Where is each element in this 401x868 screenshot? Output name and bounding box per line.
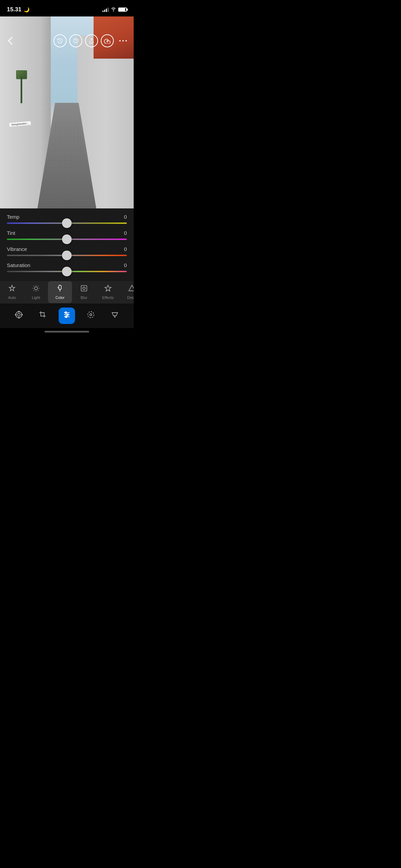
svg-point-20: [83, 287, 85, 289]
tool-tab-label-color: Color: [56, 296, 64, 300]
tool-tab-color[interactable]: Color: [48, 281, 72, 303]
bottom-tool-icon-heal: [111, 311, 119, 321]
street-lamp: [16, 70, 27, 103]
tool-tab-icon-color: [57, 285, 63, 294]
bottom-tool-icon-adjust: [63, 311, 71, 321]
slider-thumb-vibrance[interactable]: [62, 251, 72, 260]
slider-row-vibrance: Vibrance 0: [7, 246, 127, 256]
cloud-button[interactable]: [101, 34, 114, 47]
slider-row-tint: Tint 0: [7, 230, 127, 240]
back-button[interactable]: [4, 35, 16, 47]
bottom-tool-selective[interactable]: [83, 308, 99, 324]
share-button[interactable]: [85, 34, 98, 47]
nav-right-icons: [53, 34, 130, 47]
status-bar: 15.31 🌙: [0, 0, 134, 16]
status-icons: [102, 7, 127, 12]
svg-point-27: [15, 314, 16, 315]
svg-marker-22: [129, 285, 134, 291]
svg-line-10: [34, 286, 34, 286]
slider-row-saturation: Saturation 0: [7, 262, 127, 272]
tool-tab-label-effects: Effects: [102, 296, 113, 300]
svg-point-4: [119, 40, 121, 41]
sliders-container: Temp 0 Tint 0 Vibrance 0 Saturation 0: [7, 214, 127, 272]
bottom-tool-presets[interactable]: [11, 308, 27, 324]
slider-value-saturation: 0: [124, 262, 127, 268]
svg-point-28: [22, 314, 23, 315]
slider-thumb-temp[interactable]: [62, 218, 72, 228]
svg-point-32: [65, 312, 67, 314]
tool-tab-blur[interactable]: Blur: [72, 281, 96, 303]
battery-icon: [118, 8, 127, 12]
tool-tabs: Auto Light Color Blur Effects Detail: [0, 281, 134, 303]
svg-rect-19: [81, 286, 87, 291]
slider-value-vibrance: 0: [124, 246, 127, 252]
svg-point-6: [125, 40, 127, 41]
tool-tab-icon-blur: [80, 285, 88, 294]
wifi-icon: [111, 7, 116, 12]
bottom-tool-crop[interactable]: [35, 308, 51, 324]
svg-point-25: [19, 311, 20, 312]
bottom-tool-adjust[interactable]: [59, 308, 75, 324]
moon-icon: 🌙: [24, 7, 29, 12]
svg-marker-21: [105, 285, 111, 291]
slider-label-tint: Tint: [7, 230, 15, 236]
bottom-toolbar: [0, 303, 134, 328]
tool-tab-label-auto: Auto: [8, 296, 16, 300]
svg-line-15: [38, 286, 38, 286]
slider-track-vibrance[interactable]: [7, 255, 127, 256]
slider-label-vibrance: Vibrance: [7, 246, 27, 252]
bottom-tool-icon-crop: [39, 311, 47, 321]
slider-track-tint[interactable]: [7, 239, 127, 240]
home-bar: [45, 331, 89, 333]
tool-tab-icon-light: [32, 285, 40, 294]
svg-point-7: [34, 287, 37, 290]
tool-tab-label-detail: Detail: [127, 296, 134, 300]
home-indicator: [0, 328, 134, 338]
slider-value-temp: 0: [124, 214, 127, 220]
more-button[interactable]: [117, 34, 130, 47]
photo-area: Stangelandsm...: [0, 16, 134, 208]
history-button[interactable]: [53, 34, 66, 47]
svg-point-24: [17, 313, 20, 316]
svg-point-36: [90, 314, 92, 316]
tool-tab-icon-detail: [128, 285, 134, 294]
svg-point-35: [88, 312, 94, 318]
svg-point-26: [19, 317, 20, 318]
tool-tab-effects[interactable]: Effects: [96, 281, 120, 303]
svg-line-14: [34, 290, 34, 291]
slider-value-tint: 0: [124, 230, 127, 236]
tool-tab-label-light: Light: [32, 296, 40, 300]
tool-tab-icon-auto: [8, 285, 16, 294]
slider-label-saturation: Saturation: [7, 262, 30, 268]
svg-point-23: [16, 312, 22, 318]
svg-point-33: [67, 314, 69, 316]
slider-track-saturation[interactable]: [7, 271, 127, 272]
top-navigation: [0, 33, 134, 49]
signal-icon: [102, 7, 109, 12]
tool-tab-label-blur: Blur: [81, 296, 87, 300]
bottom-tool-heal[interactable]: [107, 308, 123, 324]
help-button[interactable]: [69, 34, 82, 47]
slider-thumb-saturation[interactable]: [62, 267, 72, 276]
controls-area: Temp 0 Tint 0 Vibrance 0 Saturation 0: [0, 208, 134, 281]
slider-label-temp: Temp: [7, 214, 20, 220]
bottom-tool-icon-presets: [15, 311, 23, 321]
slider-row-temp: Temp 0: [7, 214, 127, 224]
bottom-tool-icon-selective: [87, 311, 95, 321]
tool-tab-detail[interactable]: Detail: [120, 281, 134, 303]
svg-point-34: [65, 316, 67, 318]
slider-thumb-tint[interactable]: [62, 234, 72, 244]
tool-tab-icon-effects: [104, 285, 112, 294]
tool-tab-auto[interactable]: Auto: [0, 281, 24, 303]
svg-rect-16: [59, 285, 61, 290]
slider-track-temp[interactable]: [7, 222, 127, 224]
status-time: 15.31: [7, 6, 22, 13]
svg-point-1: [76, 42, 76, 42]
svg-line-11: [38, 290, 38, 291]
svg-point-5: [122, 40, 124, 41]
tool-tab-light[interactable]: Light: [24, 281, 48, 303]
